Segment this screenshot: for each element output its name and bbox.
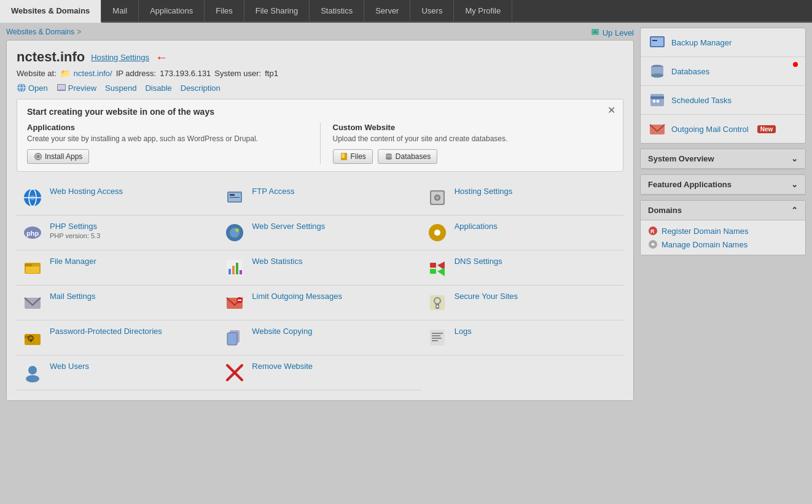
breadcrumb-link[interactable]: Websites & Domains [6,28,74,36]
system-overview-header[interactable]: System Overview ⌄ [641,149,805,169]
svg-point-7 [36,155,40,158]
manage-domain-link[interactable]: Manage Domain Names [648,238,798,251]
logs-link[interactable]: Logs [455,327,472,336]
register-domain-link[interactable]: R Register Domain Names [648,224,798,238]
mail-settings-link[interactable]: Mail Settings [50,292,95,301]
action-description[interactable]: Description [181,83,221,93]
svg-rect-39 [26,266,39,273]
tab-file-sharing[interactable]: File Sharing [244,0,310,21]
sidebar-databases: Databases [641,57,805,86]
action-preview[interactable]: Preview [57,83,96,93]
start-box-custom-desc: Upload the content of your site and crea… [333,134,614,143]
tab-statistics[interactable]: Statistics [310,0,364,21]
web-users-link[interactable]: Web Users [50,362,89,371]
remove-website-link[interactable]: Remove Website [252,362,313,371]
action-disable[interactable]: Disable [145,83,171,93]
limit-mail-icon [225,293,244,312]
sidebar: Backup Manager Databases Scheduled Tasks [640,28,806,401]
feature-ftp-access: FTP Access [219,180,421,215]
featured-apps-header[interactable]: Featured Applications ⌄ [641,175,805,195]
up-level-link[interactable]: Up Level [590,28,634,37]
action-suspend[interactable]: Suspend [105,83,136,93]
feature-secure-sites: Secure Your Sites [421,285,623,320]
svg-rect-66 [432,338,442,339]
action-open[interactable]: Open [17,83,48,93]
install-apps-button[interactable]: Install Apps [27,149,89,164]
files-button[interactable]: Files [333,149,373,164]
dns-settings-link[interactable]: DNS Settings [455,257,502,266]
featured-apps-chevron: ⌄ [791,180,798,189]
scheduled-tasks-link[interactable]: Scheduled Tasks [671,96,732,105]
tab-server[interactable]: Server [364,0,410,21]
logs-icon [427,328,447,347]
web-statistics-link[interactable]: Web Statistics [252,257,302,266]
databases-link[interactable]: Databases [671,67,709,76]
feature-mail-settings: Mail Settings [17,285,219,320]
svg-rect-67 [432,340,438,341]
svg-rect-44 [240,270,242,274]
svg-rect-36 [442,231,446,234]
start-creating-box: ✕ Start creating your website in one of … [17,99,623,172]
svg-rect-35 [429,231,432,234]
system-overview-card: System Overview ⌄ [640,149,806,169]
password-dirs-link[interactable]: Password-Protected Directories [50,327,162,336]
php-settings-link[interactable]: PHP Settings [50,222,100,231]
secure-sites-link[interactable]: Secure Your Sites [455,292,518,301]
databases-button[interactable]: Databases [378,149,437,164]
web-server-settings-link[interactable]: Web Server Settings [252,222,325,231]
tab-my-profile[interactable]: My Profile [454,0,512,21]
svg-rect-33 [436,224,439,228]
system-overview-label: System Overview [648,154,714,163]
website-copying-link[interactable]: Website Copying [252,327,312,336]
outgoing-mail-link[interactable]: Outgoing Mail Control [671,125,749,134]
register-icon: R [648,226,658,236]
tab-users[interactable]: Users [410,0,454,21]
new-badge: New [757,125,776,133]
svg-point-17 [30,195,35,200]
file-manager-link[interactable]: File Manager [50,257,96,266]
php-version: PHP version: 5.3 [50,232,100,239]
featured-apps-card: Featured Applications ⌄ [640,174,806,195]
svg-rect-73 [651,37,663,46]
svg-rect-80 [653,100,655,103]
sidebar-scheduled-tasks: Scheduled Tasks [641,86,805,115]
start-box-title: Start creating your website in one of th… [27,107,613,117]
tab-websites-domains[interactable]: Websites & Domains [0,0,101,23]
tab-files[interactable]: Files [205,0,244,21]
website-url-link[interactable]: nctest.info/ [74,69,112,78]
web-hosting-access-link[interactable]: Web Hosting Access [50,187,123,196]
svg-rect-20 [230,194,235,196]
hosting-settings-feature-link[interactable]: Hosting Settings [455,187,513,196]
domains-links: R Register Domain Names Manage Domain Na… [641,220,805,255]
svg-rect-42 [232,266,235,274]
hosting-settings-link[interactable]: Hosting Settings [91,53,149,62]
tab-mail[interactable]: Mail [101,0,139,21]
svg-text:php: php [26,230,39,237]
backup-manager-link[interactable]: Backup Manager [671,38,732,47]
close-button[interactable]: ✕ [607,106,615,115]
feature-limit-outgoing: Limit Outgoing Messages [219,285,421,320]
domains-header[interactable]: Domains ⌃ [641,201,805,220]
svg-point-69 [26,375,39,382]
start-box-apps-desc: Create your site by installing a web app… [27,134,308,143]
ip-address: 173.193.6.131 [160,69,211,78]
uplevel-icon [590,28,600,37]
svg-rect-10 [342,153,345,158]
feature-file-manager: File Manager [17,250,219,285]
feature-hosting-settings: Hosting Settings [421,180,623,215]
featured-apps-label: Featured Applications [648,180,732,189]
svg-rect-65 [432,335,440,336]
svg-point-77 [651,74,663,78]
svg-point-30 [235,228,239,232]
start-box-custom-heading: Custom Website [333,123,614,132]
applications-gear-icon [427,223,447,242]
applications-link[interactable]: Applications [455,222,498,231]
domain-header: nctest.info Hosting Settings ← [17,49,623,65]
manage-icon [648,239,658,249]
tab-applications[interactable]: Applications [139,0,205,21]
domains-chevron: ⌃ [791,206,798,215]
feature-web-users: Web Users [17,355,219,390]
remove-icon [225,363,244,382]
ftp-access-link[interactable]: FTP Access [252,187,294,196]
limit-outgoing-link[interactable]: Limit Outgoing Messages [252,292,342,301]
